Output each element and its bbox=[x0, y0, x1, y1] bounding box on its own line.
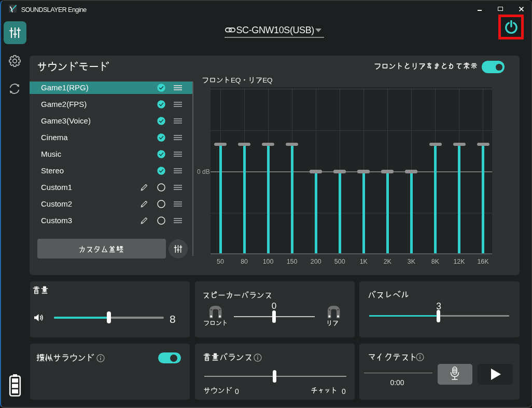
svg-text:Q: Q bbox=[267, 76, 273, 84]
svg-text:Q: Q bbox=[235, 76, 241, 84]
